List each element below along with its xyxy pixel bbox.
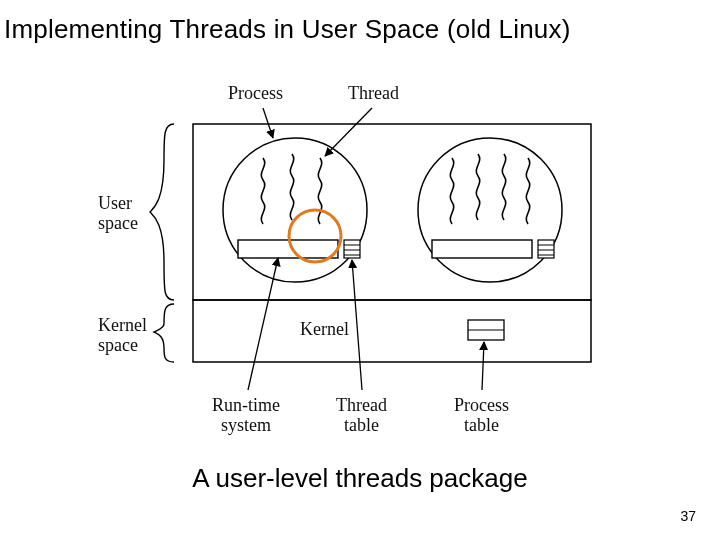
process-circle-left [223, 138, 367, 282]
label-user-space: Userspace [98, 194, 138, 234]
arrow-process-table [482, 342, 484, 390]
threads-diagram [0, 0, 720, 540]
arrow-runtime [248, 258, 278, 390]
label-runtime-system: Run-timesystem [212, 396, 280, 436]
page-number: 37 [680, 508, 696, 524]
process-table-box [468, 320, 504, 340]
label-kernel: Kernel [300, 320, 349, 340]
brace-kernel-space [154, 304, 174, 362]
slide-caption: A user-level threads package [0, 463, 720, 494]
arrow-process [263, 108, 273, 138]
label-thread-table: Threadtable [336, 396, 387, 436]
thread-table-left [344, 240, 360, 258]
kernel-space-box [193, 300, 591, 362]
thread-table-right [538, 240, 554, 258]
arrow-thread [325, 108, 372, 156]
label-kernel-space: Kernelspace [98, 316, 147, 356]
label-thread: Thread [348, 84, 399, 104]
arrow-thread-table [352, 260, 362, 390]
runtime-bar-right [432, 240, 532, 258]
label-process: Process [228, 84, 283, 104]
brace-user-space [150, 124, 174, 300]
label-process-table: Processtable [454, 396, 509, 436]
process-circle-right [418, 138, 562, 282]
runtime-bar-left [238, 240, 338, 258]
